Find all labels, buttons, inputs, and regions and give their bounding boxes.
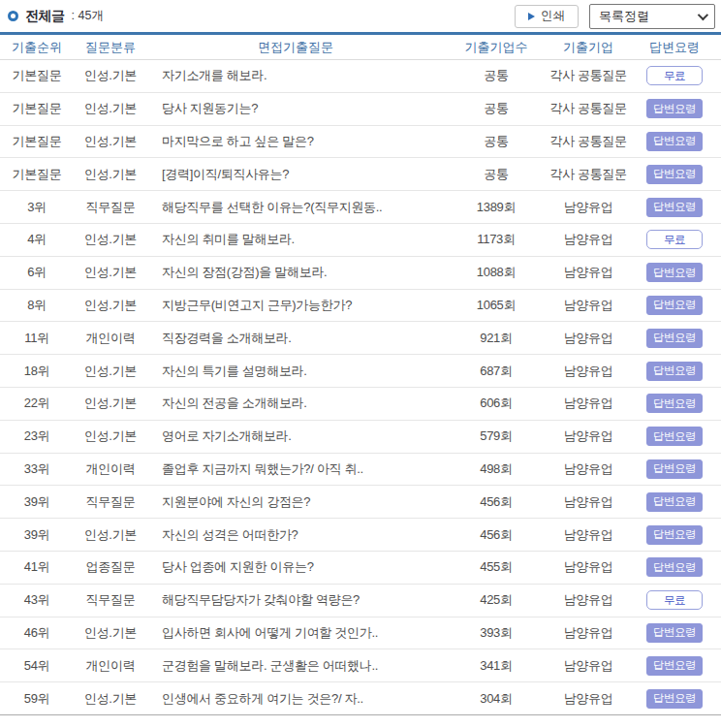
table-row: 33위개인이력졸업후 지금까지 뭐했는가?/ 아직 취..498회남양유업답변요… xyxy=(0,454,721,487)
cell-category: 인성.기본 xyxy=(74,427,147,445)
cell-question[interactable]: 당사 업종에 지원한 이유는? xyxy=(147,558,444,576)
answer-tips-button[interactable]: 답변요령 xyxy=(646,557,703,577)
cell-company: 각사 공통질문 xyxy=(549,133,628,150)
cell-category: 인성.기본 xyxy=(74,690,147,708)
answer-tips-button[interactable]: 답변요령 xyxy=(646,492,703,512)
cell-question[interactable]: 지원분야에 자신의 강점은? xyxy=(147,493,444,511)
cell-question[interactable]: 마지막으로 하고 싶은 말은? xyxy=(147,133,444,150)
print-button[interactable]: 인쇄 xyxy=(515,5,579,28)
cell-count: 공통 xyxy=(444,100,549,117)
header-rank: 기출순위 xyxy=(0,39,74,56)
table-row: 59위인성.기본인생에서 중요하게 여기는 것은?/ 자..304회남양유업답변… xyxy=(0,682,721,715)
free-button[interactable]: 무료 xyxy=(646,230,703,249)
answer-tips-button[interactable]: 답변요령 xyxy=(646,427,703,446)
cell-question[interactable]: 해당직무담당자가 갖춰야할 역량은? xyxy=(147,591,444,609)
cell-company: 각사 공통질문 xyxy=(549,166,628,183)
answer-tips-button[interactable]: 답변요령 xyxy=(646,689,703,709)
sort-dropdown[interactable]: 목록정렬 xyxy=(589,4,715,29)
table-row: 39위인성.기본자신의 성격은 어떠한가?456회남양유업답변요령 xyxy=(0,519,721,552)
cell-action: 답변요령 xyxy=(628,198,721,217)
chevron-down-icon xyxy=(698,9,708,19)
cell-category: 인성.기본 xyxy=(74,100,147,117)
answer-tips-button[interactable]: 답변요령 xyxy=(646,656,703,676)
cell-category: 인성.기본 xyxy=(74,526,147,544)
table-row: 46위인성.기본입사하면 회사에 어떻게 기여할 것인가..393회남양유업답변… xyxy=(0,617,721,650)
free-button[interactable]: 무료 xyxy=(646,590,703,610)
cell-question[interactable]: 당사 지원동기는? xyxy=(147,100,444,117)
cell-category: 개인이력 xyxy=(74,460,147,478)
table-header-row: 기출순위 질문분류 면접기출질문 기출기업수 기출기업 답변요령 xyxy=(0,32,721,60)
table-row: 기본질문인성.기본마지막으로 하고 싶은 말은?공통각사 공통질문답변요령 xyxy=(0,126,721,159)
cell-company: 남양유업 xyxy=(549,363,628,380)
answer-tips-button[interactable]: 답변요령 xyxy=(646,525,703,545)
cell-question[interactable]: [경력]이직/퇴직사유는? xyxy=(147,166,444,183)
cell-action: 답변요령 xyxy=(628,525,721,545)
cell-category: 직무질문 xyxy=(74,493,147,511)
cell-question[interactable]: 자신의 전공을 소개해보라. xyxy=(147,395,444,412)
cell-question[interactable]: 입사하면 회사에 어떻게 기여할 것인가.. xyxy=(147,624,444,642)
cell-question[interactable]: 직장경력을 소개해보라. xyxy=(147,330,444,347)
cell-question[interactable]: 군경험을 말해보라. 군생활은 어떠했나.. xyxy=(147,657,444,675)
cell-category: 인성.기본 xyxy=(74,363,147,380)
table-row: 3위직무질문해당직무를 선택한 이유는?(직무지원동..1389회남양유업답변요… xyxy=(0,191,721,224)
answer-tips-button[interactable]: 답변요령 xyxy=(646,132,703,151)
header-count: 기출기업수 xyxy=(444,39,549,56)
cell-category: 인성.기본 xyxy=(74,133,147,150)
answer-tips-button[interactable]: 답변요령 xyxy=(646,296,703,315)
cell-question[interactable]: 지방근무(비연고지 근무)가능한가? xyxy=(147,297,444,314)
cell-question[interactable]: 자기소개를 해보라. xyxy=(147,67,444,84)
cell-category: 인성.기본 xyxy=(74,395,147,412)
cell-question[interactable]: 자신의 취미를 말해보라. xyxy=(147,231,444,248)
cell-count: 921회 xyxy=(444,330,549,347)
cell-rank: 8위 xyxy=(0,297,74,314)
cell-company: 남양유업 xyxy=(549,690,628,708)
answer-tips-button[interactable]: 답변요령 xyxy=(646,362,703,381)
total-posts-label: 전체글 xyxy=(25,8,65,25)
toolbar: 전체글 : 45개 인쇄 목록정렬 xyxy=(0,0,721,32)
answer-tips-button[interactable]: 답변요령 xyxy=(646,623,703,643)
cell-category: 인성.기본 xyxy=(74,624,147,642)
free-button[interactable]: 무료 xyxy=(646,66,703,85)
cell-company: 각사 공통질문 xyxy=(549,100,628,117)
answer-tips-button[interactable]: 답변요령 xyxy=(646,459,703,479)
questions-table: 기출순위 질문분류 면접기출질문 기출기업수 기출기업 답변요령 기본질문인성.… xyxy=(0,32,721,715)
header-action: 답변요령 xyxy=(628,39,721,56)
cell-company: 남양유업 xyxy=(549,526,628,544)
cell-category: 인성.기본 xyxy=(74,67,147,84)
table-row: 8위인성.기본지방근무(비연고지 근무)가능한가?1065회남양유업답변요령 xyxy=(0,290,721,323)
board-page: 전체글 : 45개 인쇄 목록정렬 기출순위 질문분류 면접기출질문 기출기업수… xyxy=(0,0,721,715)
cell-action: 답변요령 xyxy=(628,394,721,413)
cell-rank: 기본질문 xyxy=(0,166,74,183)
cell-company: 남양유업 xyxy=(549,558,628,576)
cell-question[interactable]: 졸업후 지금까지 뭐했는가?/ 아직 취.. xyxy=(147,460,444,478)
cell-action: 무료 xyxy=(628,230,721,249)
answer-tips-button[interactable]: 답변요령 xyxy=(646,165,703,184)
cell-question[interactable]: 해당직무를 선택한 이유는?(직무지원동.. xyxy=(147,199,444,216)
cell-company: 각사 공통질문 xyxy=(549,67,628,84)
print-button-label: 인쇄 xyxy=(541,8,565,24)
answer-tips-button[interactable]: 답변요령 xyxy=(646,263,703,282)
cell-question[interactable]: 영어로 자기소개해보라. xyxy=(147,427,444,445)
answer-tips-button[interactable]: 답변요령 xyxy=(646,394,703,413)
table-row: 23위인성.기본영어로 자기소개해보라.579회남양유업답변요령 xyxy=(0,421,721,454)
bullet-icon xyxy=(8,11,18,21)
cell-question[interactable]: 자신의 특기를 설명해보라. xyxy=(147,363,444,380)
cell-category: 개인이력 xyxy=(74,330,147,347)
answer-tips-button[interactable]: 답변요령 xyxy=(646,329,703,348)
answer-tips-button[interactable]: 답변요령 xyxy=(646,99,703,118)
sort-dropdown-label: 목록정렬 xyxy=(599,8,649,25)
header-question: 면접기출질문 xyxy=(147,39,444,56)
cell-count: 393회 xyxy=(444,624,549,642)
cell-action: 답변요령 xyxy=(628,329,721,348)
cell-action: 답변요령 xyxy=(628,165,721,184)
cell-rank: 11위 xyxy=(0,330,74,347)
cell-question[interactable]: 자신의 성격은 어떠한가? xyxy=(147,526,444,544)
answer-tips-button[interactable]: 답변요령 xyxy=(646,198,703,217)
cell-question[interactable]: 인생에서 중요하게 여기는 것은?/ 자.. xyxy=(147,690,444,708)
cell-count: 606회 xyxy=(444,395,549,412)
cell-rank: 39위 xyxy=(0,493,74,511)
cell-category: 인성.기본 xyxy=(74,231,147,248)
cell-question[interactable]: 자신의 장점(강점)을 말해보라. xyxy=(147,264,444,281)
cell-company: 남양유업 xyxy=(549,395,628,412)
cell-action: 답변요령 xyxy=(628,557,721,577)
